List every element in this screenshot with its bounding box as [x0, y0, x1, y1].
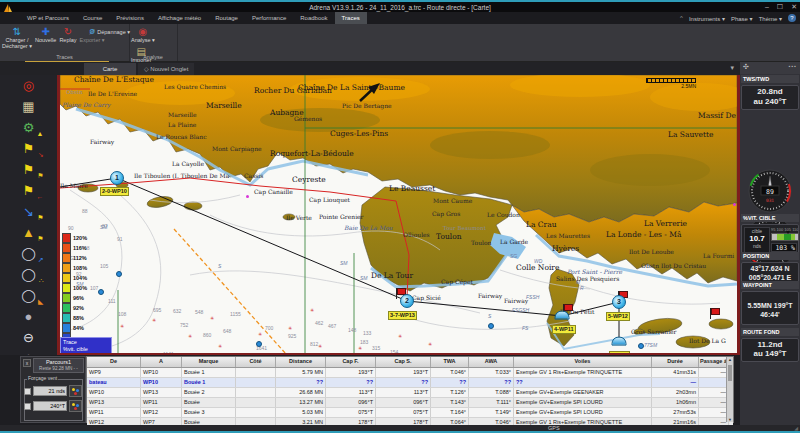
table-header-distance[interactable]: Distance: [276, 357, 326, 367]
ribbon-button-nouvelle[interactable]: ✚Nouvelle: [34, 25, 57, 44]
wind-speed-checkbox[interactable]: [24, 388, 31, 395]
map-place-label: Cuges-Les-Pins: [330, 129, 388, 138]
circle-marks-button[interactable]: ◯∴: [10, 265, 48, 284]
map-place-label: Ollioules: [403, 231, 430, 238]
maximize-button[interactable]: ☐: [777, 3, 783, 11]
sidebar-menu-icon[interactable]: ▪▪▪: [789, 63, 797, 69]
table-row[interactable]: WP9WP10Bouée 15.79 MN193°T193°TT.046°T.0…: [87, 368, 733, 378]
legend-entry: 116%: [62, 243, 87, 253]
ribbon-button-replay[interactable]: ↻Replay: [58, 25, 77, 44]
wind-direction-input[interactable]: [33, 401, 67, 411]
table-header-marque[interactable]: Marque: [182, 357, 236, 367]
table-header-a[interactable]: A: [141, 357, 182, 367]
waypoint-move-button[interactable]: ↘⚑: [10, 202, 48, 221]
compass-rose-icon[interactable]: ✣: [743, 63, 749, 71]
scrollbar-thumb[interactable]: [728, 365, 732, 381]
menu-th-me[interactable]: Thème ▾: [759, 15, 782, 22]
menu-phase[interactable]: Phase ▾: [731, 15, 753, 22]
ribbon-tab-routage[interactable]: Routage: [208, 12, 245, 24]
table-row[interactable]: bateauWP10Bouée 1????????????—: [87, 378, 733, 388]
chart-window-button[interactable]: ▦: [10, 97, 48, 116]
table-header-de[interactable]: De: [87, 357, 141, 367]
importer-log-icon: ▤: [131, 46, 151, 57]
table-cell: [236, 408, 276, 417]
parcours-close-button[interactable]: x: [23, 359, 31, 367]
mark-flag-icon[interactable]: [564, 304, 573, 311]
zoom-out-button[interactable]: ⊖: [10, 328, 48, 347]
life-ring-button[interactable]: ◎: [10, 76, 48, 95]
table-row[interactable]: WP11WP12Bouée 35.03 MN075°T075°TT.164°T.…: [87, 408, 733, 418]
waypoint-distance-bearing: 5.55MN 199°T: [742, 301, 798, 310]
menu-instruments[interactable]: Instruments ▾: [689, 15, 725, 22]
ribbon-tab-pr-visions[interactable]: Prévisions: [109, 12, 151, 24]
mark-flag-icon[interactable]: [711, 308, 720, 315]
help-button[interactable]: ?: [788, 14, 796, 22]
table-row[interactable]: WP13WP11Bouée13.27 MN096°T096°TT.143°T.1…: [87, 398, 733, 408]
waypoint-marker-5-wp12[interactable]: 3: [612, 295, 626, 309]
legend-label: 104%: [73, 275, 87, 281]
legend-label: 120%: [73, 235, 87, 241]
table-header-twa[interactable]: TWA: [431, 357, 469, 367]
table-header-c-t[interactable]: Côté: [236, 357, 276, 367]
table-header-dur-e[interactable]: Durée: [652, 357, 699, 367]
ribbon-tab-wp-et-parcours[interactable]: WP et Parcours: [20, 12, 76, 24]
seabed-mark: SM: [100, 224, 108, 230]
map-place-label: Baie De La Mou: [344, 224, 393, 231]
gps-status: GPS: [548, 425, 560, 431]
table-cell: Bouée 1: [182, 378, 236, 387]
diamond-icon: ◇: [144, 66, 149, 72]
instruments-panel-button[interactable]: ⚙▲: [10, 118, 48, 137]
table-cell: WP10: [141, 378, 182, 387]
minimize-button[interactable]: –: [765, 3, 769, 11]
legend-swatch: [62, 253, 71, 263]
waypoint-route-button[interactable]: ⚑↘: [10, 139, 48, 158]
sphere-view-button[interactable]: ●: [10, 307, 48, 326]
tab-list-caret-icon[interactable]: ▾: [730, 64, 734, 72]
wreck-symbol-icon: ✳: [210, 315, 214, 321]
table-scrollbar[interactable]: ▲ ▼: [726, 357, 733, 422]
waypoint-marker-3-7-wp13[interactable]: 2: [400, 294, 414, 308]
ribbon-tab-affichage-m-t-o[interactable]: Affichage météo: [151, 12, 208, 24]
circle-range-button[interactable]: ◯↗: [10, 244, 48, 263]
table-header-awa[interactable]: AWA: [469, 357, 514, 367]
map-place-label: Ilot De Leoube: [629, 248, 674, 255]
table-header-passage[interactable]: Passage à: [699, 357, 729, 367]
waypoint-label: 5-WP12: [606, 312, 630, 321]
ribbon-collapse-icon[interactable]: ^: [680, 15, 683, 21]
map-place-label: La Fourmi: [703, 252, 734, 259]
table-header-cap-f[interactable]: Cap F.: [326, 357, 376, 367]
chart-area[interactable]: Chaîne De L'EstaqueLes Quatre CheminsRoc…: [57, 75, 740, 355]
tab-nouvel-onglet[interactable]: ◇ Nouvel Onglet: [138, 63, 194, 75]
waypoint-grid-button[interactable]: ⚑←: [10, 181, 48, 200]
table-header-voiles[interactable]: Voiles: [514, 357, 652, 367]
nouvelle-icon: ✚: [35, 26, 56, 37]
table-row[interactable]: WP10WP13Bouée 226.68 MN113°T113°TT.126°T…: [87, 388, 733, 398]
map-place-label: Ile Tiboulen (I. Tiboulen De Ma: [134, 172, 229, 179]
waypoint-marker-6-wp7[interactable]: [612, 337, 627, 346]
ribbon-tab-traces[interactable]: Traces: [335, 12, 367, 24]
waypoint-marker-4-wp11[interactable]: [555, 311, 570, 320]
wind-direction-options-button[interactable]: [69, 400, 82, 412]
boat-marks-button[interactable]: ▲⚑: [10, 223, 48, 242]
ribbon-button-depannage[interactable]: ⚙Dépannage ▾: [88, 27, 131, 37]
cog-value: au 149°T: [742, 349, 798, 358]
waypoint-pair-button[interactable]: ⚑⚑: [10, 160, 48, 179]
close-button[interactable]: ✕: [791, 3, 797, 11]
seabed-mark: S: [488, 313, 491, 319]
compass-tool-button[interactable]: ◯◣: [10, 286, 48, 305]
wind-speed-input[interactable]: [33, 386, 67, 396]
ribbon-button-analyse[interactable]: ◉Analyse ▾: [130, 25, 156, 44]
legend-label: 112%: [73, 255, 87, 261]
wind-speed-options-button[interactable]: [69, 385, 82, 397]
table-cell: Bouée 1: [182, 368, 236, 377]
wind-direction-checkbox[interactable]: [24, 403, 31, 410]
ribbon-tab-roadbook[interactable]: Roadbook: [293, 12, 334, 24]
waypoint-marker-2-0-wp10[interactable]: 1: [110, 171, 124, 185]
tab-carte[interactable]: Carte: [84, 63, 136, 75]
table-header-cap-s[interactable]: Cap S.: [376, 357, 431, 367]
map-place-label: Fairway: [504, 297, 528, 304]
ribbon-button-charger-decharger[interactable]: ⇅Charger /Décharger ▾: [1, 25, 33, 50]
ribbon-tab-performance[interactable]: Performance: [245, 12, 293, 24]
resize-grip-icon[interactable]: ◢: [794, 425, 798, 431]
ribbon-tab-course[interactable]: Course: [76, 12, 109, 24]
